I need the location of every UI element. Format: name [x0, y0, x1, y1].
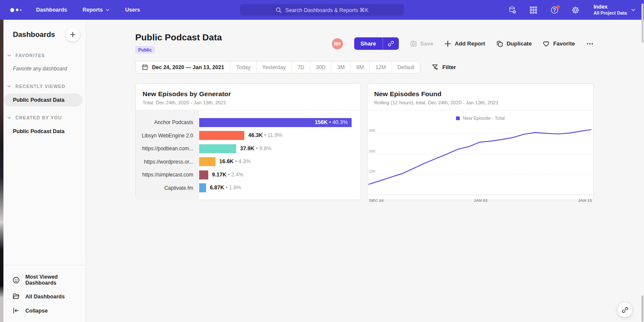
bar-track: 46.3K • 11.9%: [199, 131, 361, 140]
more-icon: [586, 40, 594, 48]
duplicate-button[interactable]: Duplicate: [496, 40, 532, 47]
bar-row: https://simplecast.com9.17K • 2.4%: [136, 168, 361, 182]
filter-funnel-icon: [432, 64, 438, 70]
nav-item-users[interactable]: Users: [125, 7, 140, 13]
svg-text:JAN 03: JAN 03: [474, 198, 487, 203]
bar-row: Anchor Podcasts156K • 40.3%: [136, 116, 361, 129]
sidebar-footer-all-dashboards[interactable]: All Dashboards: [3, 289, 86, 304]
dashboard-actions: RH Share Save Add Report: [332, 37, 594, 50]
sidebar-dashboard-item[interactable]: Public Podcast Data: [3, 125, 82, 138]
bar-segment[interactable]: [199, 157, 216, 166]
link-icon: [622, 307, 629, 313]
topnav-items: DashboardsReportsUsers: [36, 7, 140, 13]
section-header[interactable]: CREATED BY YOU: [3, 112, 86, 124]
link-icon: [388, 40, 394, 47]
date-filter-bar: Dec 24, 2020 — Jan 13, 2021 TodayYesterd…: [135, 61, 594, 73]
preset-12m[interactable]: 12M: [370, 61, 392, 73]
sidebar-footer: Most Viewed DashboardsAll DashboardsColl…: [3, 265, 86, 322]
share-button[interactable]: Share: [354, 37, 399, 50]
bar-rows: Anchor Podcasts156K • 40.3%Libsyn WebEng…: [136, 110, 361, 194]
chevron-down-icon: [631, 9, 635, 12]
bar-value-label: 6.87K • 1.8%: [210, 183, 241, 192]
public-badge: Public: [135, 46, 155, 54]
preset-6m[interactable]: 6M: [351, 61, 370, 73]
nav-item-dashboards[interactable]: Dashboards: [36, 7, 67, 13]
main-content: Public Podcast Data Public RH Share Save: [86, 20, 644, 322]
preset-7d[interactable]: 7D: [292, 61, 310, 73]
chevron-down-icon: [106, 9, 109, 12]
date-range-picker[interactable]: Dec 24, 2020 — Jan 13, 2021: [136, 61, 231, 73]
preset-30d[interactable]: 30D: [310, 61, 332, 73]
preset-yesterday[interactable]: Yesterday: [257, 61, 292, 73]
page-title: Public Podcast Data: [135, 32, 222, 43]
topnav-right-cluster: Index All Project Data: [508, 4, 635, 16]
sidebar-section: RECENTLY VIEWEDPublic Podcast Data: [3, 80, 86, 106]
bar-track: 16.6K • 4.3%: [199, 157, 361, 166]
bar-row: https://wordpress.or...16.6K • 4.3%: [136, 155, 361, 169]
svg-text:JAN 13: JAN 13: [578, 198, 592, 203]
bar-value-label: 37.9K • 9.8%: [240, 144, 271, 153]
preset-today[interactable]: Today: [231, 61, 256, 73]
help-icon[interactable]: [550, 6, 559, 14]
floating-copy-link-button[interactable]: [617, 302, 632, 317]
bar-segment[interactable]: [199, 144, 236, 153]
bar-segment[interactable]: [199, 183, 206, 192]
favorite-button[interactable]: Favorite: [543, 40, 575, 47]
bar-segment[interactable]: [199, 170, 208, 179]
nav-item-reports[interactable]: Reports: [82, 7, 109, 13]
avatar[interactable]: RH: [332, 38, 343, 49]
sidebar-footer-most-viewed-dashboards[interactable]: Most Viewed Dashboards: [3, 270, 86, 289]
notification-badge: [556, 5, 560, 9]
sidebar: Dashboards FAVORITESFavorite any dashboa…: [3, 20, 86, 322]
sidebar-dashboard-item[interactable]: Public Podcast Data: [3, 94, 82, 106]
search-icon: [276, 7, 282, 13]
bar-label: https://wordpress.or...: [136, 159, 199, 165]
search-placeholder: Search Dashboards & Reports ⌘K: [286, 7, 369, 13]
mixpanel-logo-icon[interactable]: [10, 8, 21, 12]
add-report-button[interactable]: Add Report: [444, 40, 485, 47]
svg-text:20K: 20K: [368, 149, 375, 153]
heart-icon: [543, 40, 550, 47]
bar-track: 9.17K • 2.4%: [199, 170, 361, 179]
copy-link-button[interactable]: [383, 37, 399, 50]
top-navigation-bar: DashboardsReportsUsers Search Dashboards…: [0, 0, 644, 20]
bar-segment[interactable]: [199, 131, 244, 140]
share-button-label[interactable]: Share: [354, 37, 383, 50]
preset-3m[interactable]: 3M: [332, 61, 351, 73]
search-input[interactable]: Search Dashboards & Reports ⌘K: [240, 4, 404, 16]
bar-label: Libsyn WebEngine 2.0: [136, 133, 199, 139]
preset-default[interactable]: Default: [392, 61, 420, 73]
project-switcher[interactable]: Index All Project Data: [593, 4, 635, 16]
section-empty-text: Favorite any dashboard: [3, 61, 86, 75]
bar-label: Anchor Podcasts: [136, 119, 199, 125]
section-header[interactable]: RECENTLY VIEWED: [3, 80, 86, 92]
scrollbar-thumb[interactable]: [641, 295, 644, 322]
scrollbar-thumb[interactable]: [641, 3, 644, 43]
new-dashboard-button[interactable]: [66, 27, 80, 42]
sidebar-section: CREATED BY YOUPublic Podcast Data: [3, 112, 86, 138]
sidebar-footer-collapse[interactable]: Collapse: [3, 304, 86, 318]
bar-label: https://simplecast.com: [136, 172, 199, 178]
date-range-label: Dec 24, 2020 — Jan 13, 2021: [152, 64, 224, 70]
more-options-button[interactable]: [586, 40, 594, 48]
save-button[interactable]: Save: [410, 40, 433, 47]
line-chart-subtitle: Rolling (12 hours), total, Dec 24th, 202…: [374, 100, 587, 105]
sidebar-title: Dashboards: [13, 30, 55, 39]
svg-text:10K: 10K: [368, 169, 375, 173]
bar-track: 6.87K • 1.8%: [199, 183, 361, 192]
apps-grid-icon[interactable]: [529, 6, 538, 14]
sidebar-section: FAVORITESFavorite any dashboard: [3, 49, 86, 75]
data-management-icon[interactable]: [508, 6, 516, 14]
sidebar-sections: FAVORITESFavorite any dashboardRECENTLY …: [3, 46, 86, 143]
bar-segment[interactable]: 156K • 40.3%: [199, 118, 352, 127]
filter-button[interactable]: Filter: [432, 64, 456, 70]
gear-icon[interactable]: [571, 6, 580, 14]
smiley-icon: [12, 276, 20, 284]
section-header[interactable]: FAVORITES: [3, 49, 86, 61]
save-icon: [410, 40, 417, 47]
collapse-icon: [12, 307, 20, 314]
bar-chart-subtitle: Total, Dec 24th, 2020 - Jan 13th, 2021: [143, 100, 354, 105]
plus-icon: [444, 40, 451, 47]
line-chart-title: New Episodes Found: [374, 90, 587, 98]
line-chart[interactable]: 10K20K30KDEC 24JAN 03JAN 13: [368, 123, 594, 204]
